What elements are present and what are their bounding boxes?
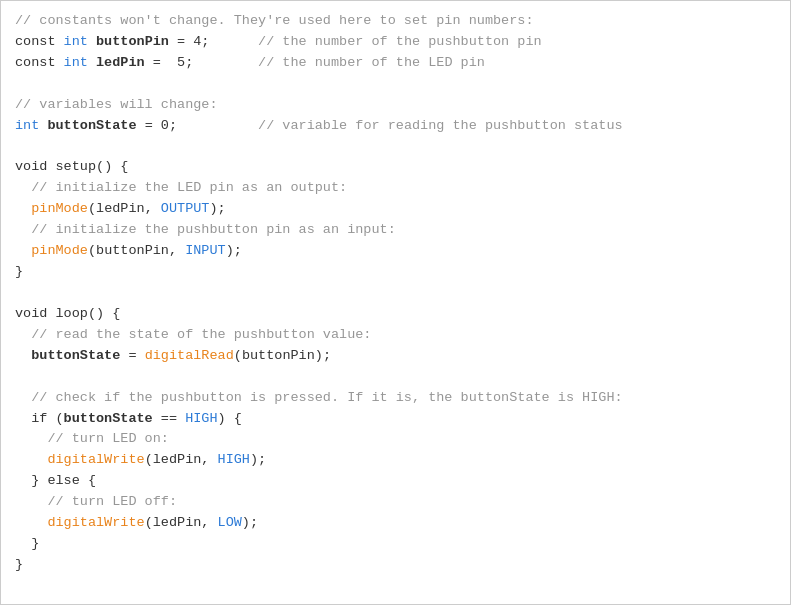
operator-eq: == bbox=[153, 411, 185, 426]
close-paren-1: ); bbox=[209, 201, 225, 216]
comma-4: , bbox=[201, 515, 217, 530]
assign-1: = 0; bbox=[137, 118, 259, 133]
close-paren-2: ); bbox=[226, 243, 242, 258]
code-line-11: // initialize the pushbutton pin as an i… bbox=[15, 220, 776, 241]
code-line-3: const int ledPin = 5; // the number of t… bbox=[15, 53, 776, 74]
code-line-26: } bbox=[15, 534, 776, 555]
paren-6: ( bbox=[47, 411, 63, 426]
arg-ledpin-2: ledPin bbox=[153, 452, 202, 467]
code-line-15: void loop() { bbox=[15, 304, 776, 325]
const-input: INPUT bbox=[185, 243, 226, 258]
keyword-void-1: void bbox=[15, 159, 56, 174]
code-line-5: // variables will change: bbox=[15, 95, 776, 116]
assign-2: = bbox=[120, 348, 144, 363]
paren-2: ( bbox=[88, 201, 96, 216]
indent-14 bbox=[15, 536, 31, 551]
indent-10 bbox=[15, 452, 47, 467]
code-line-6: int buttonState = 0; // variable for rea… bbox=[15, 116, 776, 137]
func-digitalwrite-1: digitalWrite bbox=[47, 452, 144, 467]
keyword-if: if bbox=[31, 411, 47, 426]
close-paren-3: ); bbox=[315, 348, 331, 363]
code-line-17: buttonState = digitalRead(buttonPin); bbox=[15, 346, 776, 367]
indent-2 bbox=[15, 201, 31, 216]
paren-5: ( bbox=[234, 348, 242, 363]
paren-3: ( bbox=[88, 243, 96, 258]
operator-1: = 4; bbox=[169, 34, 258, 49]
indent-3 bbox=[15, 222, 31, 237]
code-line-18 bbox=[15, 367, 776, 388]
comma-3: , bbox=[201, 452, 217, 467]
code-line-8: void setup() { bbox=[15, 157, 776, 178]
keyword-else: else bbox=[47, 473, 79, 488]
code-line-2: const int buttonPin = 4; // the number o… bbox=[15, 32, 776, 53]
code-line-14 bbox=[15, 283, 776, 304]
indent-1 bbox=[15, 180, 31, 195]
keyword-void-2: void bbox=[15, 306, 56, 321]
paren-4: () { bbox=[88, 306, 120, 321]
func-pinmode-2: pinMode bbox=[31, 243, 88, 258]
comma-1: , bbox=[145, 201, 161, 216]
indent-6 bbox=[15, 348, 31, 363]
code-line-23: } else { bbox=[15, 471, 776, 492]
keyword-const-1: const bbox=[15, 34, 64, 49]
const-high-1: HIGH bbox=[185, 411, 217, 426]
const-high-2: HIGH bbox=[218, 452, 250, 467]
const-low: LOW bbox=[218, 515, 242, 530]
comment-10: // turn LED on: bbox=[47, 431, 169, 446]
arg-ledpin-3: ledPin bbox=[153, 515, 202, 530]
paren-7: ( bbox=[145, 452, 153, 467]
comment-4: // variables will change: bbox=[15, 97, 218, 112]
var-buttonstate: buttonState bbox=[39, 118, 136, 133]
comment-5: // variable for reading the pushbutton s… bbox=[258, 118, 623, 133]
code-line-24: // turn LED off: bbox=[15, 492, 776, 513]
indent-12 bbox=[15, 494, 47, 509]
type-int-1: int bbox=[64, 34, 88, 49]
brace-close-2: } bbox=[31, 536, 39, 551]
code-line-7 bbox=[15, 137, 776, 158]
brace-else: } bbox=[31, 473, 47, 488]
close-paren-4: ) { bbox=[218, 411, 242, 426]
indent-8 bbox=[15, 411, 31, 426]
code-line-13: } bbox=[15, 262, 776, 283]
comment-2: // the number of the pushbutton pin bbox=[258, 34, 542, 49]
indent-11 bbox=[15, 473, 31, 488]
code-line-22: digitalWrite(ledPin, HIGH); bbox=[15, 450, 776, 471]
code-line-12: pinMode(buttonPin, INPUT); bbox=[15, 241, 776, 262]
arg-buttonpin-1: buttonPin bbox=[96, 243, 169, 258]
indent-5 bbox=[15, 327, 31, 342]
indent-4 bbox=[15, 243, 31, 258]
var-buttonstate-3: buttonState bbox=[64, 411, 153, 426]
indent-7 bbox=[15, 390, 31, 405]
code-line-16: // read the state of the pushbutton valu… bbox=[15, 325, 776, 346]
func-loop: loop bbox=[56, 306, 88, 321]
comment-3: // the number of the LED pin bbox=[258, 55, 485, 70]
comment-11: // turn LED off: bbox=[47, 494, 177, 509]
var-buttonpin: buttonPin bbox=[88, 34, 169, 49]
indent-9 bbox=[15, 431, 47, 446]
operator-2: = 5; bbox=[145, 55, 258, 70]
var-buttonstate-2: buttonState bbox=[31, 348, 120, 363]
type-int-3: int bbox=[15, 118, 39, 133]
code-line-25: digitalWrite(ledPin, LOW); bbox=[15, 513, 776, 534]
const-output: OUTPUT bbox=[161, 201, 210, 216]
func-setup: setup bbox=[56, 159, 97, 174]
code-line-9: // initialize the LED pin as an output: bbox=[15, 178, 776, 199]
code-line-19: // check if the pushbutton is pressed. I… bbox=[15, 388, 776, 409]
arg-ledpin-1: ledPin bbox=[96, 201, 145, 216]
comment-7: // initialize the pushbutton pin as an i… bbox=[31, 222, 396, 237]
comma-2: , bbox=[169, 243, 185, 258]
code-line-21: // turn LED on: bbox=[15, 429, 776, 450]
code-editor: // constants won't change. They're used … bbox=[0, 0, 791, 605]
brace-open-else: { bbox=[80, 473, 96, 488]
code-line-4 bbox=[15, 74, 776, 95]
code-line-10: pinMode(ledPin, OUTPUT); bbox=[15, 199, 776, 220]
type-int-2: int bbox=[64, 55, 88, 70]
comment-1: // constants won't change. They're used … bbox=[15, 13, 533, 28]
arg-buttonpin-2: buttonPin bbox=[242, 348, 315, 363]
comment-6: // initialize the LED pin as an output: bbox=[31, 180, 347, 195]
code-line-1: // constants won't change. They're used … bbox=[15, 11, 776, 32]
code-line-27: } bbox=[15, 555, 776, 576]
paren-8: ( bbox=[145, 515, 153, 530]
comment-9: // check if the pushbutton is pressed. I… bbox=[31, 390, 622, 405]
close-paren-5: ); bbox=[250, 452, 266, 467]
